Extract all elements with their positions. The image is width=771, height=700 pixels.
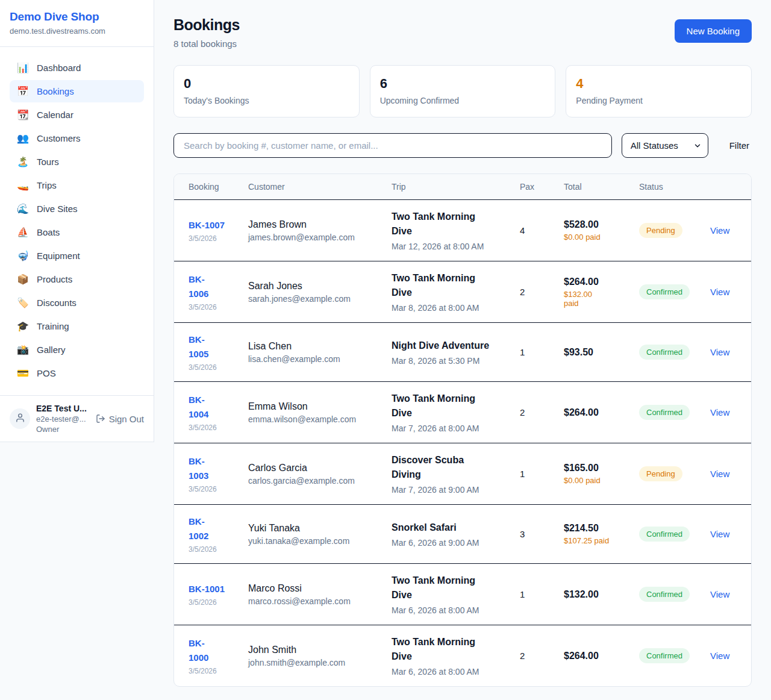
status-badge: Confirmed: [639, 587, 690, 602]
sidebar-item-customers[interactable]: 👥 Customers: [10, 127, 144, 149]
booking-id-link[interactable]: BK-1001: [189, 582, 225, 596]
total-amount: $165.00: [564, 463, 625, 473]
user-name: E2E Test U...: [36, 404, 90, 413]
stat-label: Upcoming Confirmed: [380, 96, 546, 105]
graduation-cap-icon: 🎓: [17, 322, 29, 331]
pax-count: 3: [520, 529, 525, 539]
page-subtitle: 8 total bookings: [173, 39, 240, 49]
sidebar-item-products[interactable]: 📦 Products: [10, 268, 144, 290]
status-select[interactable]: All Statuses: [622, 133, 708, 158]
customer-name: Yuki Tanaka: [248, 523, 377, 534]
view-link[interactable]: View: [710, 407, 729, 417]
status-badge: Pending: [639, 466, 682, 481]
sidebar-item-pos[interactable]: 💳 POS: [10, 362, 144, 384]
person-icon: [15, 413, 25, 425]
trip-name: Two Tank Morning Dive: [392, 271, 505, 300]
pax-count: 2: [520, 651, 525, 661]
pax-count: 1: [520, 469, 525, 479]
page-title: Bookings: [173, 16, 240, 34]
booking-date: 3/5/2026: [189, 423, 234, 432]
sidebar-item-calendar[interactable]: 📆 Calendar: [10, 104, 144, 126]
page-title-block: Bookings 8 total bookings: [173, 16, 240, 49]
speedboat-icon: 🚤: [17, 181, 29, 190]
wave-icon: 🌊: [17, 204, 29, 214]
trip-datetime: Mar 7, 2026 at 8:00 AM: [392, 423, 505, 433]
paid-amount: $0.00 paid: [564, 233, 625, 242]
view-link[interactable]: View: [710, 347, 729, 357]
user-info: E2E Test U... e2e-tester@... Owner: [36, 404, 90, 434]
column-header-trip: Trip: [384, 174, 513, 200]
sidebar-item-training[interactable]: 🎓 Training: [10, 315, 144, 337]
table-row: BK- 1005 3/5/2026 Lisa Chen lisa.chen@ex…: [174, 323, 751, 382]
sign-out-button[interactable]: Sign Out: [96, 414, 144, 424]
customer-name: Sarah Jones: [248, 281, 377, 292]
sidebar-item-equipment[interactable]: 🤿 Equipment: [10, 245, 144, 267]
user-email: e2e-tester@...: [36, 414, 90, 423]
filter-button[interactable]: Filter: [727, 136, 752, 155]
view-link[interactable]: View: [710, 589, 729, 599]
stat-card: 4 Pending Payment: [566, 65, 752, 117]
bookings-table-card: BookingCustomerTripPaxTotalStatus BK-100…: [173, 173, 752, 687]
sidebar-item-bookings[interactable]: 📅 Bookings: [10, 80, 144, 102]
shop-domain: demo.test.divestreams.com: [10, 27, 144, 36]
booking-date: 3/5/2026: [189, 667, 234, 675]
view-link[interactable]: View: [710, 651, 729, 661]
island-icon: 🏝️: [17, 157, 29, 167]
stat-label: Pending Payment: [576, 96, 741, 105]
status-badge: Pending: [639, 223, 682, 238]
table-row: BK- 1004 3/5/2026 Emma Wilson emma.wilso…: [174, 382, 751, 443]
booking-id-link[interactable]: BK-1007: [189, 218, 225, 233]
booking-date: 3/5/2026: [189, 234, 234, 243]
view-link[interactable]: View: [710, 469, 729, 479]
search-input[interactable]: [173, 133, 612, 158]
view-link[interactable]: View: [710, 287, 729, 297]
booking-id-link[interactable]: BK- 1004: [189, 393, 208, 422]
trip-datetime: Mar 6, 2026 at 9:00 AM: [392, 538, 505, 548]
user-role: Owner: [36, 425, 90, 434]
sidebar-item-dashboard[interactable]: 📊 Dashboard: [10, 57, 144, 79]
sidebar-item-gallery[interactable]: 📸 Gallery: [10, 339, 144, 361]
booking-id-link[interactable]: BK- 1002: [189, 514, 208, 543]
pax-count: 4: [520, 225, 525, 236]
table-row: BK-1007 3/5/2026 James Brown james.brown…: [174, 200, 751, 261]
status-badge: Confirmed: [639, 345, 690, 360]
pax-count: 1: [520, 589, 525, 599]
booking-id-link[interactable]: BK- 1003: [189, 454, 208, 483]
paid-amount: $0.00 paid: [564, 476, 625, 485]
page-header: Bookings 8 total bookings New Booking: [173, 16, 752, 49]
trip-name: Two Tank Morning Dive: [392, 635, 505, 664]
booking-date: 3/5/2026: [189, 545, 234, 554]
booking-id-link[interactable]: BK- 1005: [189, 333, 208, 361]
booking-date: 3/5/2026: [189, 485, 234, 493]
customer-name: James Brown: [248, 219, 377, 230]
table-row: BK- 1003 3/5/2026 Carlos Garcia carlos.g…: [174, 443, 751, 505]
shop-name: Demo Dive Shop: [10, 10, 144, 23]
sidebar-item-tours[interactable]: 🏝️ Tours: [10, 151, 144, 173]
pax-count: 2: [520, 407, 525, 417]
trip-name: Two Tank Morning Dive: [392, 573, 505, 602]
view-link[interactable]: View: [710, 225, 729, 236]
trip-datetime: Mar 8, 2026 at 8:00 AM: [392, 303, 505, 313]
sidebar-item-discounts[interactable]: 🏷️ Discounts: [10, 292, 144, 314]
sidebar-item-dive-sites[interactable]: 🌊 Dive Sites: [10, 198, 144, 220]
booking-id-link[interactable]: BK- 1000: [189, 636, 208, 665]
column-header-pax: Pax: [513, 174, 557, 200]
sign-out-label: Sign Out: [109, 414, 144, 424]
table-row: BK- 1000 3/5/2026 John Smith john.smith@…: [174, 625, 751, 687]
booking-date: 3/5/2026: [189, 363, 234, 372]
table-body: BK-1007 3/5/2026 James Brown james.brown…: [174, 200, 751, 687]
customer-email: james.brown@example.com: [248, 233, 377, 242]
table-header-row: BookingCustomerTripPaxTotalStatus: [174, 174, 751, 200]
booking-id-link[interactable]: BK- 1006: [189, 272, 208, 301]
sidebar-item-trips[interactable]: 🚤 Trips: [10, 174, 144, 196]
view-link[interactable]: View: [710, 529, 729, 539]
avatar: [10, 408, 30, 429]
new-booking-button[interactable]: New Booking: [675, 19, 752, 43]
total-amount: $264.00: [564, 277, 625, 287]
sidebar-item-boats[interactable]: ⛵ Boats: [10, 221, 144, 243]
column-header-actions: [703, 174, 751, 200]
filter-row: All Statuses Filter: [173, 133, 752, 158]
customer-name: Carlos Garcia: [248, 463, 377, 473]
sidebar-header: Demo Dive Shop demo.test.divestreams.com: [0, 0, 154, 47]
customer-email: john.smith@example.com: [248, 658, 377, 667]
